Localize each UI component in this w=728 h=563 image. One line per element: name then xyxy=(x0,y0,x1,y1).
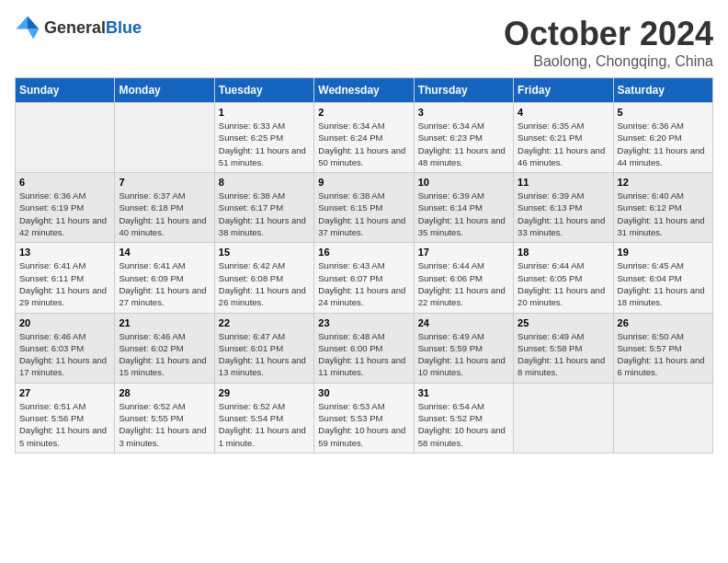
svg-marker-0 xyxy=(28,17,39,29)
calendar-week-row: 6Sunrise: 6:36 AMSunset: 6:19 PMDaylight… xyxy=(16,173,713,243)
calendar-cell: 22Sunrise: 6:47 AMSunset: 6:01 PMDayligh… xyxy=(214,313,313,383)
svg-marker-1 xyxy=(28,29,39,40)
day-number: 14 xyxy=(119,247,210,258)
day-info: Sunrise: 6:40 AMSunset: 6:12 PMDaylight:… xyxy=(618,190,709,238)
day-info: Sunrise: 6:44 AMSunset: 6:06 PMDaylight:… xyxy=(418,259,509,308)
day-number: 13 xyxy=(19,247,110,258)
svg-marker-2 xyxy=(17,17,28,29)
day-number: 23 xyxy=(318,317,409,328)
calendar-cell: 19Sunrise: 6:45 AMSunset: 6:04 PMDayligh… xyxy=(613,243,712,313)
calendar-cell: 17Sunrise: 6:44 AMSunset: 6:06 PMDayligh… xyxy=(414,243,513,313)
day-number: 29 xyxy=(219,387,310,398)
day-number: 30 xyxy=(318,387,409,398)
calendar-cell: 8Sunrise: 6:38 AMSunset: 6:17 PMDaylight… xyxy=(214,173,313,243)
day-number: 19 xyxy=(618,247,709,258)
day-info: Sunrise: 6:54 AMSunset: 5:52 PMDaylight:… xyxy=(418,400,509,449)
day-info: Sunrise: 6:53 AMSunset: 5:53 PMDaylight:… xyxy=(318,400,409,449)
calendar-cell xyxy=(16,103,115,173)
calendar-cell: 18Sunrise: 6:44 AMSunset: 6:05 PMDayligh… xyxy=(514,243,613,313)
calendar-cell: 16Sunrise: 6:43 AMSunset: 6:07 PMDayligh… xyxy=(314,243,414,313)
day-number: 2 xyxy=(318,107,409,118)
day-info: Sunrise: 6:36 AMSunset: 6:19 PMDaylight:… xyxy=(19,190,110,238)
calendar-week-row: 27Sunrise: 6:51 AMSunset: 5:56 PMDayligh… xyxy=(16,383,713,453)
day-info: Sunrise: 6:45 AMSunset: 6:04 PMDaylight:… xyxy=(618,259,709,308)
calendar-cell: 2Sunrise: 6:34 AMSunset: 6:24 PMDaylight… xyxy=(314,103,414,173)
day-number: 10 xyxy=(418,177,509,188)
calendar-cell: 21Sunrise: 6:46 AMSunset: 6:02 PMDayligh… xyxy=(115,313,214,383)
day-info: Sunrise: 6:52 AMSunset: 5:54 PMDaylight:… xyxy=(219,400,310,449)
calendar-cell: 14Sunrise: 6:41 AMSunset: 6:09 PMDayligh… xyxy=(115,243,214,313)
day-number: 17 xyxy=(418,247,509,258)
day-info: Sunrise: 6:39 AMSunset: 6:13 PMDaylight:… xyxy=(518,190,609,238)
calendar-cell: 25Sunrise: 6:49 AMSunset: 5:58 PMDayligh… xyxy=(514,313,613,383)
day-info: Sunrise: 6:38 AMSunset: 6:15 PMDaylight:… xyxy=(318,190,409,238)
logo-blue: Blue xyxy=(106,18,142,37)
day-header: Wednesday xyxy=(314,78,414,103)
day-info: Sunrise: 6:49 AMSunset: 5:59 PMDaylight:… xyxy=(418,330,509,379)
day-number: 9 xyxy=(318,177,409,188)
day-info: Sunrise: 6:35 AMSunset: 6:21 PMDaylight:… xyxy=(518,120,609,168)
calendar-cell: 23Sunrise: 6:48 AMSunset: 6:00 PMDayligh… xyxy=(314,313,414,383)
logo: GeneralBlue xyxy=(15,15,142,40)
day-info: Sunrise: 6:46 AMSunset: 6:02 PMDaylight:… xyxy=(119,330,210,379)
day-number: 28 xyxy=(119,387,210,398)
calendar-cell: 7Sunrise: 6:37 AMSunset: 6:18 PMDaylight… xyxy=(115,173,214,243)
day-number: 11 xyxy=(518,177,609,188)
day-info: Sunrise: 6:52 AMSunset: 5:55 PMDaylight:… xyxy=(119,400,210,449)
day-info: Sunrise: 6:34 AMSunset: 6:23 PMDaylight:… xyxy=(418,120,509,168)
day-number: 24 xyxy=(418,317,509,328)
calendar-table: SundayMondayTuesdayWednesdayThursdayFrid… xyxy=(15,77,713,454)
logo-text: GeneralBlue xyxy=(44,18,142,38)
calendar-cell: 24Sunrise: 6:49 AMSunset: 5:59 PMDayligh… xyxy=(414,313,513,383)
calendar-cell xyxy=(115,103,214,173)
day-header: Tuesday xyxy=(214,78,313,103)
day-info: Sunrise: 6:50 AMSunset: 5:57 PMDaylight:… xyxy=(618,330,709,379)
month-title: October 2024 xyxy=(504,15,713,53)
day-number: 6 xyxy=(19,177,110,188)
day-number: 3 xyxy=(418,107,509,118)
day-info: Sunrise: 6:38 AMSunset: 6:17 PMDaylight:… xyxy=(219,190,310,238)
day-number: 7 xyxy=(119,177,210,188)
calendar-cell: 13Sunrise: 6:41 AMSunset: 6:11 PMDayligh… xyxy=(16,243,115,313)
day-number: 31 xyxy=(418,387,509,398)
day-number: 20 xyxy=(19,317,110,328)
day-info: Sunrise: 6:41 AMSunset: 6:09 PMDaylight:… xyxy=(119,259,210,308)
calendar-cell: 4Sunrise: 6:35 AMSunset: 6:21 PMDaylight… xyxy=(514,103,613,173)
calendar-cell: 27Sunrise: 6:51 AMSunset: 5:56 PMDayligh… xyxy=(16,383,115,453)
calendar-cell xyxy=(613,383,712,453)
day-header: Sunday xyxy=(16,78,115,103)
title-block: October 2024 Baolong, Chongqing, China xyxy=(504,15,713,70)
day-number: 21 xyxy=(119,317,210,328)
calendar-cell: 30Sunrise: 6:53 AMSunset: 5:53 PMDayligh… xyxy=(314,383,414,453)
logo-general: General xyxy=(44,18,106,37)
day-info: Sunrise: 6:36 AMSunset: 6:20 PMDaylight:… xyxy=(618,120,709,168)
day-number: 27 xyxy=(19,387,110,398)
day-number: 22 xyxy=(219,317,310,328)
day-info: Sunrise: 6:34 AMSunset: 6:24 PMDaylight:… xyxy=(318,120,409,168)
calendar-week-row: 13Sunrise: 6:41 AMSunset: 6:11 PMDayligh… xyxy=(16,243,713,313)
day-info: Sunrise: 6:33 AMSunset: 6:25 PMDaylight:… xyxy=(219,120,310,168)
day-info: Sunrise: 6:42 AMSunset: 6:08 PMDaylight:… xyxy=(219,259,310,308)
calendar-cell: 3Sunrise: 6:34 AMSunset: 6:23 PMDaylight… xyxy=(414,103,513,173)
day-info: Sunrise: 6:37 AMSunset: 6:18 PMDaylight:… xyxy=(119,190,210,238)
day-info: Sunrise: 6:44 AMSunset: 6:05 PMDaylight:… xyxy=(518,259,609,308)
day-number: 15 xyxy=(219,247,310,258)
calendar-cell: 26Sunrise: 6:50 AMSunset: 5:57 PMDayligh… xyxy=(613,313,712,383)
day-number: 5 xyxy=(618,107,709,118)
day-number: 16 xyxy=(318,247,409,258)
day-number: 12 xyxy=(618,177,709,188)
page-header: GeneralBlue October 2024 Baolong, Chongq… xyxy=(15,15,713,70)
day-info: Sunrise: 6:51 AMSunset: 5:56 PMDaylight:… xyxy=(19,400,110,449)
day-header: Thursday xyxy=(414,78,513,103)
calendar-cell: 6Sunrise: 6:36 AMSunset: 6:19 PMDaylight… xyxy=(16,173,115,243)
calendar-cell: 15Sunrise: 6:42 AMSunset: 6:08 PMDayligh… xyxy=(214,243,313,313)
calendar-cell: 28Sunrise: 6:52 AMSunset: 5:55 PMDayligh… xyxy=(115,383,214,453)
calendar-week-row: 20Sunrise: 6:46 AMSunset: 6:03 PMDayligh… xyxy=(16,313,713,383)
calendar-cell: 12Sunrise: 6:40 AMSunset: 6:12 PMDayligh… xyxy=(613,173,712,243)
day-number: 1 xyxy=(219,107,310,118)
day-number: 8 xyxy=(219,177,310,188)
day-info: Sunrise: 6:43 AMSunset: 6:07 PMDaylight:… xyxy=(318,259,409,308)
day-header: Saturday xyxy=(613,78,712,103)
day-info: Sunrise: 6:41 AMSunset: 6:11 PMDaylight:… xyxy=(19,259,110,308)
day-number: 26 xyxy=(618,317,709,328)
